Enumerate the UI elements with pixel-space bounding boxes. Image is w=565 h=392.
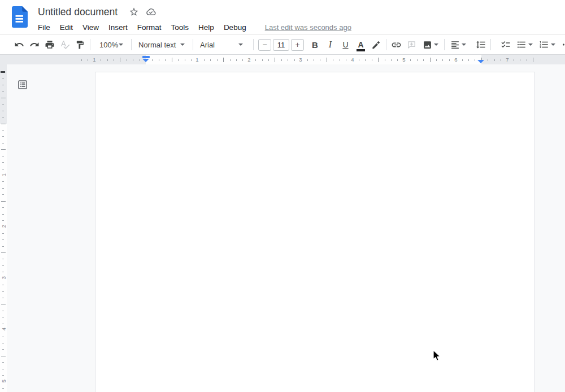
left-indent-marker[interactable]: [142, 56, 150, 62]
text-color-button[interactable]: A: [353, 37, 368, 53]
ruler-tick: [114, 59, 114, 61]
header-main: Untitled document File Edit View In: [38, 5, 565, 34]
ruler-number: 5: [1, 378, 7, 385]
insert-link-button[interactable]: [389, 37, 404, 53]
styles-select[interactable]: Normal text: [134, 37, 190, 53]
ruler-tick: [340, 59, 340, 61]
align-button[interactable]: [447, 37, 470, 53]
ruler-number: 3: [1, 275, 7, 281]
menu-edit[interactable]: Edit: [60, 23, 73, 32]
document-outline-button[interactable]: [16, 78, 29, 92]
menu-help[interactable]: Help: [198, 23, 214, 32]
font-select[interactable]: Arial: [195, 37, 249, 53]
menubar: File Edit View Insert Format Tools Help …: [38, 20, 565, 34]
toolbar-separator: [90, 39, 90, 50]
ruler-tick: [2, 143, 4, 143]
add-comment-button[interactable]: [404, 37, 419, 53]
google-docs-app: Untitled document File Edit View In: [0, 0, 565, 392]
highlight-color-button[interactable]: [368, 37, 384, 53]
chevron-down-icon: [180, 43, 185, 46]
ruler-tick: [397, 59, 398, 61]
decrease-font-size-button[interactable]: −: [258, 39, 271, 51]
ruler-tick: [307, 59, 308, 61]
vertical-ruler[interactable]: 12345: [0, 64, 7, 392]
print-button[interactable]: [42, 37, 57, 53]
ruler-tick: [2, 162, 4, 163]
ruler-tick: [2, 169, 4, 169]
more-button[interactable]: [558, 37, 565, 53]
checklist-button[interactable]: [498, 37, 513, 53]
zoom-select[interactable]: 100%: [93, 37, 129, 53]
redo-button[interactable]: [27, 37, 42, 53]
ruler-top-margin-area: [0, 64, 7, 124]
bold-button[interactable]: B: [307, 37, 323, 53]
ruler-tick: [2, 111, 4, 111]
header: Untitled document File Edit View In: [0, 0, 565, 35]
undo-button[interactable]: [11, 37, 27, 53]
increase-font-size-button[interactable]: +: [291, 39, 304, 51]
line-spacing-button[interactable]: [473, 37, 488, 53]
ruler-tick: [2, 362, 4, 363]
star-icon[interactable]: [128, 6, 140, 18]
ruler-tick: [346, 59, 346, 61]
ruler-tick: [320, 59, 320, 61]
ruler-tick: [2, 181, 4, 182]
ruler-tick: [2, 220, 4, 221]
ruler-tick: [1, 201, 6, 202]
numbered-list-button[interactable]: [536, 37, 558, 53]
menu-view[interactable]: View: [82, 23, 99, 32]
ruler-tick: [501, 59, 501, 61]
insert-image-button[interactable]: [419, 37, 442, 53]
docs-logo-icon[interactable]: [12, 6, 28, 28]
ruler-tick: [152, 59, 153, 61]
ruler-tick: [2, 136, 4, 137]
ruler-tick: [391, 59, 392, 61]
bulleted-list-button[interactable]: [513, 37, 536, 53]
spellcheck-button[interactable]: [57, 37, 72, 53]
right-indent-marker[interactable]: [477, 60, 484, 63]
ruler-number: 3: [299, 56, 302, 63]
chevron-down-icon: [462, 43, 466, 46]
ruler-tick: [223, 58, 224, 62]
numbered-list-icon: [539, 40, 549, 50]
toolbar: 100% Normal text Arial − 11 + B I U A: [0, 35, 565, 54]
first-line-indent-marker[interactable]: [142, 56, 150, 58]
document-title[interactable]: Untitled document: [38, 6, 118, 18]
menu-format[interactable]: Format: [137, 23, 162, 32]
font-size-input[interactable]: 11: [273, 39, 289, 51]
zoom-value: 100%: [99, 41, 118, 49]
toolbar-separator: [253, 39, 254, 50]
chevron-down-icon: [238, 43, 243, 46]
ruler-number: 4: [1, 326, 7, 333]
menu-file[interactable]: File: [38, 23, 50, 32]
ruler-tick: [2, 349, 4, 350]
ruler-tick: [262, 59, 263, 61]
ruler-tick: [2, 343, 4, 343]
last-edit-link[interactable]: Last edit was seconds ago: [265, 23, 351, 32]
ruler-tick: [1, 252, 6, 253]
ruler-tick: [462, 59, 463, 61]
ruler-tick: [1, 304, 6, 304]
ruler-tick: [2, 375, 4, 376]
ruler-tick: [185, 59, 185, 61]
menu-insert[interactable]: Insert: [108, 23, 128, 32]
ruler-tick: [2, 233, 4, 234]
ruler-number: 2: [247, 56, 250, 63]
horizontal-ruler[interactable]: 11234567: [0, 54, 565, 64]
ruler-tick: [359, 59, 359, 61]
ruler-tick: [133, 59, 133, 61]
menu-tools[interactable]: Tools: [171, 23, 189, 32]
top-margin-marker[interactable]: [1, 71, 5, 73]
ruler-tick: [217, 59, 218, 61]
toolbar-separator: [193, 39, 193, 50]
italic-button[interactable]: I: [323, 37, 338, 53]
menu-debug[interactable]: Debug: [224, 23, 246, 32]
document-page[interactable]: [95, 72, 535, 392]
ruler-tick: [436, 59, 437, 61]
underline-button[interactable]: U: [338, 37, 353, 53]
paint-format-button[interactable]: [72, 37, 88, 53]
font-size-group: − 11 +: [258, 39, 304, 51]
ruler-tick: [2, 188, 4, 189]
ruler-tick: [514, 59, 514, 61]
ruler-tick: [410, 59, 411, 61]
